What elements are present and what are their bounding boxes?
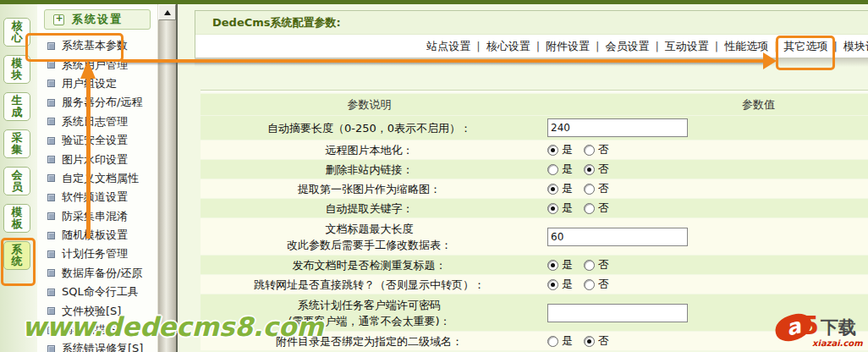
sidebar-item-13[interactable]: 数据库备份/还原 <box>37 264 157 283</box>
sidebar-item-14[interactable]: SQL命令行工具 <box>37 283 157 301</box>
radio-no[interactable] <box>584 279 595 290</box>
param-value-cell: 是否 <box>540 199 868 217</box>
frame-divider <box>176 4 178 352</box>
sidebar-section-header[interactable]: 系统设置 <box>44 9 151 30</box>
radio-no[interactable] <box>584 164 595 175</box>
config-tab-2[interactable]: 核心设置 <box>486 39 530 54</box>
param-value-cell: 是否 <box>540 140 868 159</box>
radio-group-8: 是否 <box>547 277 620 292</box>
bullet-icon <box>47 118 55 125</box>
radio-no-label: 否 <box>598 142 609 157</box>
config-tab-6[interactable]: 性能选项 <box>724 39 768 54</box>
config-tab-1[interactable]: 站点设置 <box>426 39 470 54</box>
radio-no-label: 否 <box>598 277 609 292</box>
module-tab-label: 核心 <box>11 20 23 44</box>
sidebar-section-title: 系统设置 <box>72 12 123 27</box>
module-tab-1[interactable]: 核心 <box>3 18 30 47</box>
module-tab-2[interactable]: 模块 <box>3 55 30 84</box>
sidebar-item-label: 系统用户管理 <box>62 58 128 73</box>
radio-no[interactable] <box>584 203 595 214</box>
param-value-cell: 是否 <box>540 256 868 274</box>
sidebar-item-label: 文件校验[S] <box>62 304 121 319</box>
radio-yes[interactable] <box>547 203 558 214</box>
sidebar-item-16[interactable]: 病毒扫描[S] <box>37 321 157 339</box>
sidebar-item-4[interactable]: 服务器分布/远程 <box>37 93 157 112</box>
radio-yes[interactable] <box>547 260 558 271</box>
sidebar-scrollbar[interactable] <box>158 4 176 352</box>
param-input-9[interactable] <box>547 304 688 322</box>
param-label-line2: 改此参数后需要手工修改数据表： <box>287 237 452 253</box>
config-tab-3[interactable]: 附件设置 <box>546 39 590 54</box>
param-description: 自动提取关键字： <box>201 199 538 217</box>
param-label: 删除非站内链接： <box>326 162 414 178</box>
param-input-6[interactable] <box>547 228 688 246</box>
sidebar-item-12[interactable]: 计划任务管理 <box>37 245 157 263</box>
radio-yes[interactable] <box>547 184 558 195</box>
sidebar-item-label: 病毒扫描[S] <box>62 322 121 338</box>
radio-group-7: 是否 <box>547 257 620 272</box>
sidebar-item-6[interactable]: 验证安全设置 <box>37 131 157 150</box>
config-tab-8[interactable]: 模块设置 <box>843 39 868 54</box>
radio-yes-label: 是 <box>562 142 573 157</box>
table-row: 删除非站内链接：是否 <box>201 160 868 179</box>
radio-yes[interactable] <box>547 145 558 156</box>
radio-yes[interactable] <box>547 164 558 175</box>
param-value-cell: 是否 <box>540 275 868 294</box>
up-arrow-icon <box>164 10 171 15</box>
tab-separator: | <box>655 40 658 52</box>
module-tab-3[interactable]: 生成 <box>3 92 30 121</box>
sidebar-item-label: 服务器分布/远程 <box>62 95 142 110</box>
sidebar-item-label: 软件频道设置 <box>62 190 128 205</box>
sidebar-item-label: 系统基本参数 <box>62 38 128 53</box>
sidebar-item-3[interactable]: 用户组设定 <box>37 74 157 93</box>
radio-no[interactable] <box>584 184 595 195</box>
radio-no[interactable] <box>584 145 595 156</box>
sidebar-item-label: 防采集串混淆 <box>62 209 128 224</box>
radio-yes[interactable] <box>547 279 558 290</box>
radio-group-3: 是否 <box>547 162 620 177</box>
sidebar-item-10[interactable]: 防采集串混淆 <box>37 207 157 226</box>
config-tab-5[interactable]: 互动设置 <box>665 39 709 54</box>
module-tab-label: 会员 <box>11 169 23 193</box>
module-tab-4[interactable]: 采集 <box>3 129 30 158</box>
sidebar-item-7[interactable]: 图片水印设置 <box>37 150 157 168</box>
bullet-icon <box>47 61 55 69</box>
module-tab-5[interactable]: 会员 <box>3 167 30 195</box>
title-row: DedeCms系统配置参数: <box>195 11 868 35</box>
param-description: 发布文档时是否检测重复标题： <box>201 256 538 274</box>
sidebar-item-9[interactable]: 软件频道设置 <box>37 188 157 206</box>
sidebar-item-17[interactable]: 系统错误修复[S] <box>37 339 157 352</box>
sidebar-item-2[interactable]: 系统用户管理 <box>37 55 157 74</box>
config-tab-7[interactable]: 其它选项 <box>784 39 828 54</box>
radio-group-5: 是否 <box>547 201 620 216</box>
param-label: 提取第一张图片作为缩略图： <box>298 181 441 197</box>
sidebar-item-15[interactable]: 文件校验[S] <box>37 301 157 320</box>
radio-no-label: 否 <box>598 181 609 196</box>
table-row: 系统计划任务客户端许可密码(需要客户端，通常不会太重要)： <box>201 294 868 331</box>
sidebar-item-5[interactable]: 系统日志管理 <box>37 113 157 131</box>
table-row: 远程图片本地化：是否 <box>201 140 868 159</box>
module-tab-label: 模板 <box>11 206 23 230</box>
sidebar-item-11[interactable]: 随机模板设置 <box>37 226 157 245</box>
radio-yes[interactable] <box>547 336 558 347</box>
tab-separator: | <box>596 40 599 52</box>
param-description: 文档标题最大长度改此参数后需要手工修改数据表： <box>201 218 538 255</box>
radio-no[interactable] <box>584 336 595 347</box>
param-input-1[interactable] <box>547 118 688 137</box>
sidebar-item-8[interactable]: 自定义文档属性 <box>37 169 157 188</box>
sidebar-panel: 系统设置 系统基本参数系统用户管理用户组设定服务器分布/远程系统日志管理验证安全… <box>37 4 158 352</box>
scrollbar-up-button[interactable] <box>158 4 176 20</box>
a5-logo-suffix: 下载 <box>821 316 856 339</box>
radio-no[interactable] <box>584 260 595 271</box>
radio-no-label: 否 <box>598 201 609 216</box>
sidebar-item-label: 验证安全设置 <box>62 133 128 148</box>
config-tab-4[interactable]: 会员设置 <box>605 39 649 54</box>
param-value-cell <box>540 116 868 140</box>
sidebar-item-1[interactable]: 系统基本参数 <box>37 36 157 55</box>
table-row: 附件目录是否绑定为指定的二级域名：是否 <box>201 332 868 350</box>
module-tab-6[interactable]: 模板 <box>3 204 30 233</box>
tab-separator: | <box>834 40 838 52</box>
bullet-icon <box>47 194 55 201</box>
module-tab-7[interactable]: 系统 <box>3 241 30 270</box>
bullet-icon <box>47 42 55 50</box>
